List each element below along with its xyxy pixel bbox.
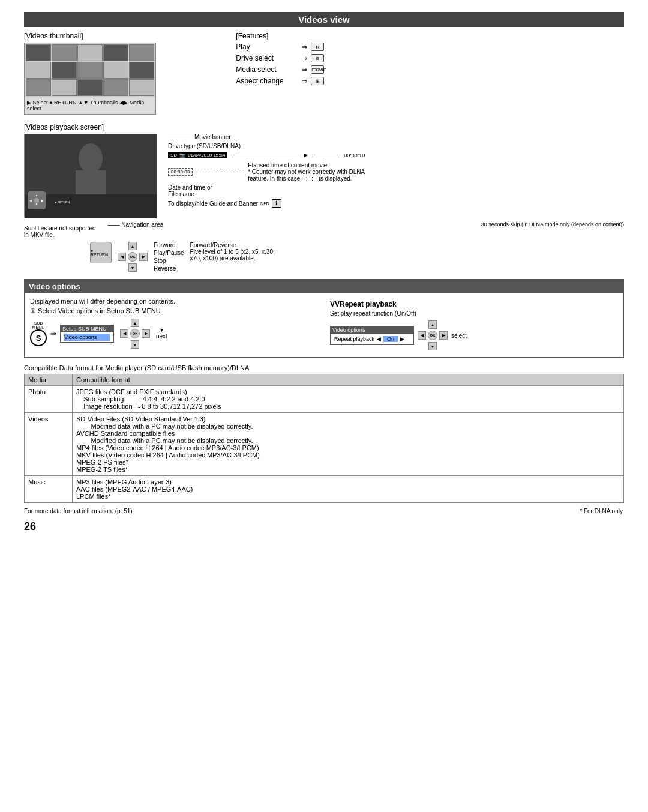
arrow-icon: ⇒: [302, 66, 307, 74]
movie-banner-label: Movie banner: [194, 134, 231, 140]
playback-screen: ▲ ▼ ◀ ▶ ● RETURN: [24, 134, 156, 218]
media-music: Music: [25, 476, 73, 503]
thumb-controls: ▶ Select ● RETURN ▲▼ Thumbnails ◀▶ Media…: [27, 100, 153, 112]
repeat-dpad-left[interactable]: ◀: [418, 331, 426, 340]
dpad-left-button[interactable]: ◀: [118, 253, 126, 261]
thumbnail-image: ▶ Select ● RETURN ▲▼ Thumbnails ◀▶ Media…: [24, 43, 156, 115]
thumb-cell: [77, 62, 103, 79]
playback-section: [Videos playback screen]: [24, 123, 624, 273]
info-button-icon: i: [272, 199, 281, 208]
aspect-button-icon: ⊞: [311, 77, 324, 85]
play-button-icon: R: [311, 43, 324, 51]
thumb-cell: [103, 62, 128, 79]
video-options-desc: Displayed menu will differ depending on …: [30, 298, 318, 305]
elapsed-note2: feature. In this case --:--:-- is displa…: [248, 175, 365, 182]
media-select-button-icon: FORMAT: [311, 65, 324, 74]
play-pause-label: Play/Pause: [154, 250, 184, 256]
forward-label: Forward: [154, 242, 184, 248]
video-options-section: Video options Displayed menu will differ…: [24, 279, 624, 358]
movie-banner-annotation: Movie banner: [168, 134, 365, 140]
v-icon: V: [330, 300, 335, 308]
videos-view-title: Videos view: [24, 12, 624, 27]
feature-play-label: Play: [236, 43, 302, 51]
nav-arrow-line: ——: [108, 221, 120, 228]
dpad-down-button[interactable]: ▼: [128, 263, 137, 272]
svg-point-9: [34, 198, 39, 203]
playback-annotations: Movie banner Drive type (SD/USB/DLNA) SD…: [168, 134, 365, 218]
table-row-photo: Photo JPEG files (DCF and EXIF standards…: [25, 386, 624, 413]
elapsed-label: Elapsed time of current movie: [248, 162, 365, 169]
left-arrow-icon: ◀: [377, 336, 381, 342]
features-list: Play ⇒ R Drive select ⇒ B Media select ⇒…: [236, 43, 624, 85]
video-options-left: Displayed menu will differ depending on …: [30, 298, 318, 352]
menu-box-item-video-options[interactable]: Video options: [64, 334, 110, 341]
menu-dpad-up[interactable]: ▲: [131, 319, 139, 327]
stop-label: Stop: [154, 257, 184, 264]
forward-reverse-label: Forward/Reverse: [190, 242, 275, 248]
subtitles-text: Subtitles are not supportedin MKV file.: [24, 225, 96, 238]
dpad-right-button[interactable]: ▶: [139, 253, 148, 261]
filename-label: File name: [168, 191, 212, 197]
dpad-ok-button[interactable]: OK: [128, 252, 137, 262]
menu-diagram: SUBMENU S ⇒ Setup SUB MENU Video options…: [30, 319, 318, 349]
playback-screen-label: [Videos playback screen]: [24, 123, 624, 131]
repeat-value-badge: On: [383, 336, 398, 342]
menu-dpad-down[interactable]: ▼: [131, 340, 139, 349]
nfd-label: NFD: [260, 202, 269, 206]
feature-media-select-label: Media select: [236, 65, 302, 74]
feature-drive-select-label: Drive select: [236, 54, 302, 62]
repeat-section: VVRepeat playback Set play repeat functi…: [330, 300, 618, 350]
format-videos: SD-Video Files (SD-Video Standard Ver.1.…: [73, 413, 624, 476]
arrow-icon: ⇒: [302, 55, 307, 62]
video-options-step: ① Select Video options in Setup SUB MENU: [30, 307, 318, 315]
dpad-up-button[interactable]: ▲: [128, 242, 137, 250]
col-media-header: Media: [25, 374, 73, 386]
menu-dpad-ok[interactable]: OK: [130, 329, 140, 338]
thumbnail-bottom-bar: ▶ Select ● RETURN ▲▼ Thumbnails ◀▶ Media…: [25, 97, 155, 114]
repeat-title: VVRepeat playback: [330, 300, 618, 308]
repeat-control-box: Video options Repeat playback ◀ On ▶: [330, 326, 414, 345]
sub-menu-label: SUBMENU: [32, 321, 45, 329]
page-container: Videos view [Videos thumbnail]: [24, 12, 624, 533]
elapsed-time-box: 00:00:03: [168, 168, 193, 176]
forward-reverse-note: Forward/Reverse Five level of 1 to 5 (x2…: [190, 242, 275, 262]
thumb-cell: [77, 79, 103, 96]
repeat-dpad-up[interactable]: ▲: [428, 320, 437, 329]
repeat-dpad-right[interactable]: ▶: [439, 331, 448, 340]
drive-select-button-icon: B: [311, 54, 324, 62]
menu-dpad-left[interactable]: ◀: [120, 329, 128, 338]
time-line: [314, 155, 338, 155]
elapsed-note: * Counter may not work correctly with DL…: [248, 169, 365, 175]
svg-text:▶: ▶: [41, 199, 44, 202]
compat-section: Compatible Data format for Media player …: [24, 364, 624, 514]
repeat-control-row: Video options Repeat playback ◀ On ▶ ▲: [330, 320, 618, 350]
compat-title: Compatible Data format for Media player …: [24, 364, 624, 371]
repeat-control-header: Video options: [331, 326, 413, 334]
videos-view-section: Videos view [Videos thumbnail]: [24, 12, 624, 273]
repeat-dpad: ▲ ▼ ◀ ▶ OK: [418, 320, 448, 350]
subtitles-note: Subtitles are not supportedin MKV file.: [24, 225, 96, 238]
video-options-content: Displayed menu will differ depending on …: [30, 298, 618, 352]
drive-icon: 📷: [179, 152, 185, 158]
svg-rect-3: [76, 170, 106, 194]
drive-display-bar: SD 📷 01/04/2010 15:34: [168, 152, 227, 158]
menu-dpad: ▲ ▼ ◀ ▶ OK: [120, 319, 150, 349]
guide-label: To display/hide Guide and Banner: [168, 200, 258, 207]
repeat-dpad-down[interactable]: ▼: [428, 342, 437, 350]
reverse-label: Reverse: [154, 265, 184, 272]
thumb-cell: [77, 44, 103, 61]
repeat-dpad-ok[interactable]: OK: [428, 331, 437, 340]
drive-type-annotation: Drive type (SD/USB/DLNA): [168, 143, 365, 149]
guide-annotation: To display/hide Guide and Banner NFD i: [168, 199, 365, 208]
dashed-line: [196, 172, 244, 172]
feature-play: Play ⇒ R: [236, 43, 624, 51]
nav-area-annotation: —— Navigation area: [108, 221, 164, 228]
menu-dpad-right[interactable]: ▶: [142, 329, 150, 338]
select-label: select: [451, 332, 467, 339]
thumb-cell: [103, 44, 128, 61]
separator-line: [233, 155, 298, 155]
thumb-cell: [26, 62, 51, 79]
sub-menu-button: SUBMENU S: [30, 321, 47, 346]
thumb-cell: [26, 79, 51, 96]
thumbnail-label: [Videos thumbnail]: [24, 32, 218, 40]
